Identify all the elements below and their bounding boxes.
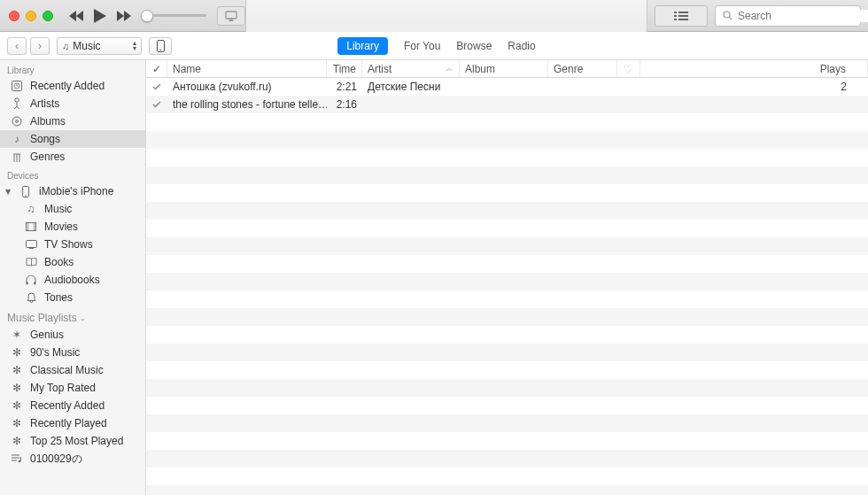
sidebar-item-device-books[interactable]: Books <box>0 253 145 271</box>
row-checkbox[interactable] <box>146 96 167 113</box>
gear-icon: ✻ <box>11 364 23 376</box>
list-view-button[interactable] <box>655 5 708 27</box>
sidebar: Library Recently Added Artists Albums ♪ … <box>0 60 146 495</box>
svg-rect-0 <box>226 12 236 19</box>
sidebar-item-label: 90's Music <box>30 346 80 359</box>
column-artist[interactable]: Artist︿ <box>362 60 460 77</box>
sidebar-item-label: Recently Added <box>30 399 105 412</box>
table-row[interactable]: the rolling stones - fortune telle… 2:16 <box>146 96 868 113</box>
search-input[interactable] <box>738 10 868 22</box>
sidebar-item-label: Genres <box>30 151 65 163</box>
sidebar-item-genres[interactable]: Genres <box>0 148 145 166</box>
column-love[interactable]: ♡ <box>617 60 640 77</box>
sidebar-item-artists[interactable]: Artists <box>0 95 145 112</box>
svg-rect-3 <box>674 19 677 20</box>
minimize-window-button[interactable] <box>26 11 36 21</box>
table-row[interactable]: Антошка (zvukoff.ru) 2:21 Детские Песни … <box>146 78 868 96</box>
column-name[interactable]: Name <box>167 60 327 77</box>
tab-library[interactable]: Library <box>337 37 388 55</box>
gear-icon: ✻ <box>11 346 23 359</box>
sidebar-item-device-tv[interactable]: TV Shows <box>0 236 145 253</box>
search-icon <box>723 11 732 20</box>
row-checkbox[interactable] <box>146 78 167 96</box>
sidebar-item-label: Music <box>44 203 72 215</box>
sidebar-item-label: 0100929の <box>30 452 82 467</box>
column-headers: ✓ Name Time Artist︿ Album Genre ♡ Plays <box>146 60 868 78</box>
column-album[interactable]: Album <box>460 60 548 77</box>
playlist-icon <box>11 454 23 463</box>
volume-knob[interactable] <box>141 10 153 22</box>
zoom-window-button[interactable] <box>43 11 53 21</box>
sidebar-item-device-movies[interactable]: Movies <box>0 218 145 236</box>
sidebar-item-label: Songs <box>30 133 60 145</box>
sidebar-item-label: Genius <box>30 329 64 341</box>
sort-ascending-icon: ︿ <box>446 63 453 74</box>
sidebar-item-albums[interactable]: Albums <box>0 112 145 130</box>
cell-artist <box>362 96 460 113</box>
album-icon <box>11 116 23 127</box>
play-button[interactable] <box>90 6 110 26</box>
playlists-header-label: Music Playlists <box>7 312 77 324</box>
tab-radio[interactable]: Radio <box>508 40 535 52</box>
column-check[interactable]: ✓ <box>146 60 167 77</box>
close-window-button[interactable] <box>9 11 19 21</box>
cell-love[interactable] <box>617 96 640 113</box>
svg-rect-22 <box>27 282 28 285</box>
sidebar-item-device-tones[interactable]: Tones <box>0 289 145 306</box>
sidebar-item-recently-played[interactable]: ✻Recently Played <box>0 414 145 432</box>
sidebar-item-top-rated[interactable]: ✻My Top Rated <box>0 379 145 397</box>
iphone-icon <box>19 186 32 197</box>
tab-browse[interactable]: Browse <box>456 40 492 52</box>
headphones-icon <box>25 275 37 285</box>
device-button[interactable] <box>149 37 172 55</box>
svg-point-15 <box>16 120 19 123</box>
sidebar-item-genius[interactable]: ✶Genius <box>0 326 145 344</box>
sidebar-item-90s-music[interactable]: ✻90's Music <box>0 344 145 361</box>
search-field[interactable] <box>715 5 861 27</box>
chevron-left-icon: ‹ <box>15 40 19 52</box>
guitar-icon <box>11 151 23 163</box>
sidebar-item-label: Movies <box>44 220 78 233</box>
forward-button[interactable]: › <box>30 37 50 55</box>
sidebar-item-label: TV Shows <box>44 238 93 251</box>
volume-slider[interactable] <box>141 10 206 22</box>
cell-plays <box>640 96 868 113</box>
column-plays[interactable]: Plays <box>640 60 868 77</box>
volume-track[interactable] <box>153 14 206 17</box>
sidebar-item-recently-added[interactable]: Recently Added <box>0 77 145 95</box>
nav-tabs: Library For You Browse Radio <box>337 37 535 55</box>
column-genre[interactable]: Genre <box>548 60 617 77</box>
cell-album <box>460 78 548 96</box>
source-selector[interactable]: ♫ Music ▴▾ <box>57 37 142 55</box>
column-time[interactable]: Time <box>327 60 362 77</box>
previous-track-button[interactable] <box>66 6 86 26</box>
sidebar-item-user-playlist[interactable]: 0100929の <box>0 450 145 468</box>
gear-icon: ✻ <box>11 435 23 447</box>
sidebar-item-songs[interactable]: ♪ Songs <box>0 130 145 148</box>
svg-line-8 <box>729 17 732 19</box>
music-note-icon: ♪ <box>11 133 23 145</box>
cell-love[interactable] <box>617 78 640 96</box>
main-area: Library Recently Added Artists Albums ♪ … <box>0 60 868 495</box>
sidebar-header-devices: Devices <box>0 166 145 182</box>
svg-rect-6 <box>678 19 688 20</box>
next-track-button[interactable] <box>114 6 134 26</box>
sidebar-header-playlists[interactable]: Music Playlists⌄ <box>0 306 145 326</box>
dropdown-arrows-icon: ▴▾ <box>133 41 136 51</box>
sidebar-item-classical[interactable]: ✻Classical Music <box>0 361 145 379</box>
sidebar-item-device[interactable]: ▶ iMobie's iPhone <box>0 182 145 200</box>
sidebar-item-top25[interactable]: ✻Top 25 Most Played <box>0 432 145 450</box>
window-controls <box>9 11 53 21</box>
svg-rect-1 <box>674 12 677 13</box>
sidebar-item-label: Artists <box>30 97 59 110</box>
sidebar-item-device-music[interactable]: ♫Music <box>0 200 145 218</box>
sidebar-item-pl-recently-added[interactable]: ✻Recently Added <box>0 397 145 414</box>
back-button[interactable]: ‹ <box>7 37 27 55</box>
tab-for-you[interactable]: For You <box>404 40 440 52</box>
sidebar-item-device-audiobooks[interactable]: Audiobooks <box>0 271 145 289</box>
cell-plays: 2 <box>640 78 868 96</box>
cell-genre <box>548 78 617 96</box>
airplay-button[interactable] <box>217 6 245 26</box>
svg-point-17 <box>25 195 26 196</box>
disclosure-triangle-icon[interactable]: ▶ <box>4 189 12 194</box>
